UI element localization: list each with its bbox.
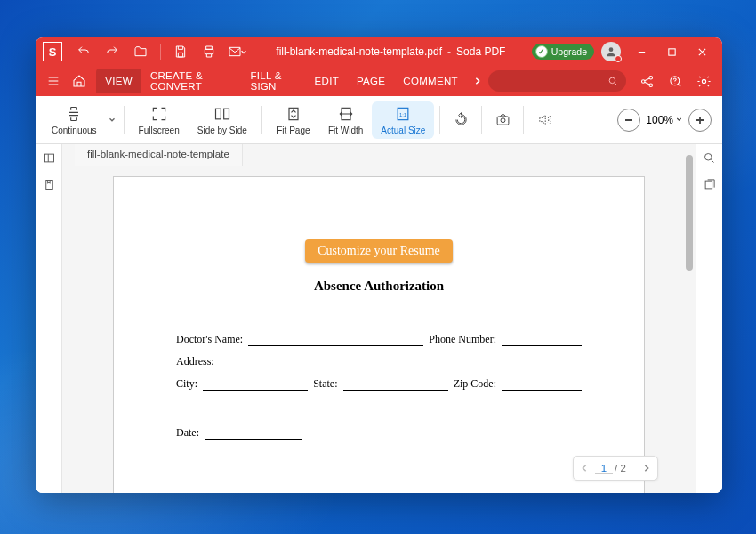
document-tab[interactable]: fill-blank-medical-note-template bbox=[75, 144, 243, 166]
side-by-side-icon bbox=[213, 105, 231, 123]
pages-panel-button[interactable] bbox=[696, 171, 722, 198]
redo-icon bbox=[105, 44, 119, 59]
share-icon bbox=[639, 74, 655, 89]
rotate-tool[interactable] bbox=[446, 105, 476, 135]
close-button[interactable] bbox=[687, 39, 717, 64]
next-page-button[interactable] bbox=[636, 464, 657, 473]
app-window: S fill-blank-medical-note-template.pdf -… bbox=[36, 37, 722, 493]
svg-rect-8 bbox=[215, 109, 221, 119]
search-icon bbox=[607, 76, 619, 87]
side-by-side-tool[interactable]: Side by Side bbox=[189, 101, 256, 139]
share-button[interactable] bbox=[633, 69, 660, 93]
zoom-level[interactable]: 100% bbox=[646, 114, 683, 126]
account-avatar[interactable] bbox=[601, 42, 621, 61]
folder-icon bbox=[133, 44, 148, 59]
settings-button[interactable] bbox=[690, 69, 717, 93]
pages-icon bbox=[703, 178, 716, 191]
home-icon bbox=[72, 74, 86, 88]
page-input[interactable] bbox=[595, 463, 613, 474]
upgrade-button[interactable]: ✓ Upgrade bbox=[532, 44, 594, 60]
label-zip: Zip Code: bbox=[454, 377, 496, 391]
field-state[interactable] bbox=[343, 378, 448, 391]
field-doctor[interactable] bbox=[248, 334, 423, 346]
prev-page-button[interactable] bbox=[574, 464, 595, 473]
field-city[interactable] bbox=[203, 378, 308, 391]
continuous-icon bbox=[65, 105, 83, 123]
home-button[interactable] bbox=[67, 69, 91, 93]
tab-create-convert[interactable]: CREATE & CONVERT bbox=[141, 69, 242, 93]
panel-toggle[interactable] bbox=[36, 144, 62, 171]
panel-icon bbox=[43, 151, 56, 165]
document-title: Absence Authorization bbox=[176, 279, 582, 294]
search-panel-button[interactable] bbox=[696, 144, 722, 171]
fullscreen-icon bbox=[150, 105, 168, 123]
chevron-left-icon bbox=[580, 464, 589, 473]
search-input[interactable] bbox=[488, 70, 626, 92]
maximize-button[interactable] bbox=[656, 39, 687, 64]
minus-icon bbox=[623, 115, 634, 125]
svg-point-2 bbox=[609, 77, 615, 84]
field-zip[interactable] bbox=[502, 378, 582, 391]
field-address[interactable] bbox=[220, 356, 582, 368]
svg-point-7 bbox=[702, 79, 705, 83]
email-button[interactable] bbox=[225, 39, 250, 64]
redo-button[interactable] bbox=[100, 39, 125, 64]
bookmark-icon bbox=[43, 178, 56, 191]
speaker-icon bbox=[537, 112, 552, 127]
save-button[interactable] bbox=[168, 39, 193, 64]
document-viewport[interactable]: fill-blank-medical-note-template Customi… bbox=[62, 144, 696, 493]
undo-button[interactable] bbox=[71, 39, 96, 64]
fullscreen-tool[interactable]: Fullscreen bbox=[130, 101, 189, 139]
plus-icon bbox=[695, 115, 705, 125]
label-date: Date: bbox=[176, 426, 199, 440]
right-rail bbox=[696, 144, 722, 493]
fit-page-tool[interactable]: Fit Page bbox=[268, 101, 319, 139]
print-icon bbox=[202, 44, 216, 59]
chevron-down-icon bbox=[108, 116, 117, 125]
field-phone[interactable] bbox=[502, 334, 582, 346]
actual-size-tool[interactable]: 1:1 Actual Size bbox=[372, 101, 434, 139]
content-area: fill-blank-medical-note-template Customi… bbox=[36, 144, 722, 493]
hamburger-menu[interactable] bbox=[41, 69, 65, 93]
continuous-dropdown[interactable] bbox=[106, 116, 118, 125]
tab-edit[interactable]: EDIT bbox=[306, 69, 348, 93]
help-icon bbox=[668, 74, 683, 89]
notification-dot bbox=[615, 55, 622, 62]
customize-badge[interactable]: Customize your Resume bbox=[305, 239, 453, 263]
tab-comment[interactable]: COMMENT bbox=[394, 69, 467, 93]
chevron-down-icon bbox=[675, 116, 683, 124]
svg-point-4 bbox=[648, 76, 652, 79]
field-date[interactable] bbox=[205, 427, 302, 440]
read-aloud-tool[interactable] bbox=[529, 105, 559, 135]
menu-tabs: VIEW CREATE & CONVERT FILL & SIGN EDIT P… bbox=[96, 69, 467, 93]
chevron-right-icon bbox=[642, 464, 651, 473]
vertical-scrollbar[interactable] bbox=[686, 155, 693, 271]
fit-width-tool[interactable]: Fit Width bbox=[319, 101, 372, 139]
tab-fill-sign[interactable]: FILL & SIGN bbox=[241, 69, 305, 93]
titlebar: S fill-blank-medical-note-template.pdf -… bbox=[36, 37, 722, 66]
svg-rect-1 bbox=[668, 48, 674, 54]
help-button[interactable] bbox=[662, 69, 688, 93]
print-button[interactable] bbox=[197, 39, 221, 64]
continuous-tool[interactable]: Continuous bbox=[43, 101, 106, 139]
tab-page[interactable]: PAGE bbox=[348, 69, 394, 93]
minimize-button[interactable] bbox=[626, 39, 656, 64]
label-phone: Phone Number: bbox=[429, 333, 496, 346]
svg-rect-19 bbox=[705, 181, 712, 189]
check-icon: ✓ bbox=[535, 45, 548, 58]
gear-icon bbox=[696, 74, 712, 89]
svg-point-15 bbox=[501, 118, 505, 123]
tabs-scroll-right[interactable] bbox=[469, 77, 487, 85]
zoom-out-button[interactable] bbox=[617, 109, 640, 132]
label-address: Address: bbox=[176, 355, 214, 368]
svg-rect-9 bbox=[223, 109, 229, 119]
page-total: / 2 bbox=[615, 463, 626, 473]
window-title: fill-blank-medical-note-template.pdf - S… bbox=[253, 45, 528, 58]
camera-icon bbox=[495, 112, 511, 127]
bookmarks-button[interactable] bbox=[36, 171, 62, 198]
tab-view[interactable]: VIEW bbox=[96, 69, 141, 93]
zoom-in-button[interactable] bbox=[688, 109, 712, 132]
open-button[interactable] bbox=[128, 39, 153, 64]
snapshot-tool[interactable] bbox=[487, 105, 518, 135]
menu-icon bbox=[46, 74, 60, 88]
